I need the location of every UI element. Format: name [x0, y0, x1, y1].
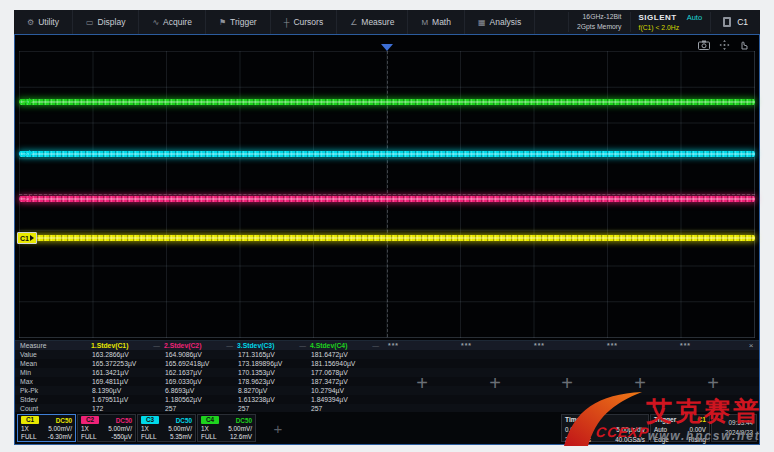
c2-bandwidth: FULL	[81, 433, 97, 440]
measure-col-4-label: 4.Stdev(C4)	[310, 342, 347, 349]
count-c1: 172	[91, 405, 164, 412]
empty-slot-header: ***	[607, 341, 618, 350]
touch-hand-icon[interactable]	[739, 40, 749, 50]
column-separator: —	[372, 342, 379, 349]
menubar-status-area: 16GHz-12Bit 2Gpts Memory SIGLENTAuto f(C…	[568, 10, 760, 34]
measure-row-value: Value 163.2866µV 164.9086µV 171.3165µV 1…	[15, 350, 759, 359]
waveform-area[interactable]: C4 C3 C2 C1	[15, 35, 759, 340]
add-measurement-button[interactable]: +	[701, 371, 725, 395]
c4-probe: 1X	[201, 425, 209, 432]
measure-col-2-label: 2.Stdev(C2)	[164, 342, 201, 349]
measure-col-2[interactable]: 2.Stdev(C2)—	[164, 342, 237, 349]
c2-offset: -550µV	[111, 433, 132, 440]
c3-probe: 1X	[141, 425, 149, 432]
c4-bandwidth: FULL	[201, 433, 217, 440]
gear-icon: ⚙	[27, 18, 34, 27]
menu-trigger-label: Trigger	[230, 17, 257, 27]
mean-c4: 181.156940µV	[310, 360, 383, 367]
c4-coupling: DC50	[236, 417, 252, 424]
trigger-source-indicator[interactable]: C1	[711, 17, 760, 27]
menu-trigger[interactable]: ⚑Trigger	[206, 10, 271, 34]
menu-acquire-label: Acquire	[163, 17, 192, 27]
close-measure-panel-icon[interactable]: ×	[746, 342, 756, 350]
center-horizontal-gridline	[19, 194, 755, 195]
c3-bandwidth: FULL	[141, 433, 157, 440]
row-label: Pk-Pk	[15, 387, 91, 394]
math-icon: M	[421, 18, 428, 27]
channel-box-c2[interactable]: C2DC50 1X5.00mV/ FULL-550µV	[77, 414, 136, 442]
measure-col-1[interactable]: 1.Stdev(C1)—	[91, 342, 164, 349]
menu-math-label: Math	[432, 17, 451, 27]
min-c3: 170.1353µV	[237, 369, 310, 376]
c3-offset: 5.35mV	[170, 433, 192, 440]
channel-marker-c1[interactable]: C1	[17, 232, 37, 244]
channel-marker-c3[interactable]: C3	[17, 148, 35, 158]
mean-c3: 173.189896µV	[237, 360, 310, 367]
crosshair-icon: ┼	[284, 18, 290, 27]
brand-logo: SIGLENT	[639, 13, 677, 22]
count-c2: 257	[164, 405, 237, 412]
flag-icon: ⚑	[219, 18, 226, 27]
acquisition-status[interactable]: Auto	[687, 13, 702, 22]
menu-math[interactable]: MMath	[408, 10, 465, 34]
pkpk-c4: 10.2794µV	[310, 387, 383, 394]
analysis-icon: ▦	[478, 18, 486, 27]
channel-marker-c2[interactable]: C2	[17, 193, 35, 203]
menu-utility[interactable]: ⚙Utility	[14, 10, 73, 34]
display-icon: ▭	[86, 18, 94, 27]
c2-coupling: DC50	[116, 417, 132, 424]
c2-tag: C2	[81, 416, 99, 424]
c1-bandwidth: FULL	[21, 433, 37, 440]
menu-analysis[interactable]: ▦Analysis	[465, 10, 535, 34]
value-c1: 163.2866µV	[91, 351, 164, 358]
menu-acquire[interactable]: ∿Acquire	[139, 10, 206, 34]
c1-probe: 1X	[21, 425, 29, 432]
watermark-chinese-text: 艾克赛普	[646, 394, 762, 429]
ruler-icon: ∠	[350, 18, 357, 27]
menu-measure[interactable]: ∠Measure	[337, 10, 408, 34]
measure-col-4[interactable]: 4.Stdev(C4)—	[310, 342, 383, 349]
channel-box-c1[interactable]: C1DC50 1X5.00mV/ FULL-6.30mV	[17, 414, 76, 442]
camera-icon[interactable]	[698, 40, 710, 50]
stdev-c3: 1.613238µV	[237, 396, 310, 403]
c3-tag: C3	[141, 416, 159, 424]
screenshot-stage: ⚙Utility ▭Display ∿Acquire ⚑Trigger ┼Cur…	[0, 0, 774, 452]
waveform-trace-c3	[19, 151, 755, 157]
menu-bar: ⚙Utility ▭Display ∿Acquire ⚑Trigger ┼Cur…	[14, 10, 760, 34]
column-separator: —	[226, 342, 233, 349]
channel-box-c4[interactable]: C4DC50 1X5.00mV/ FULL12.6mV	[197, 414, 256, 442]
row-label: Max	[15, 378, 91, 385]
empty-slot-header: ***	[680, 341, 691, 350]
screen-tool-icons	[698, 40, 749, 50]
trigger-position-marker[interactable]	[381, 44, 393, 51]
brand-block: SIGLENTAuto f(C1) < 2.0Hz	[630, 12, 712, 33]
max-c2: 169.0330µV	[164, 378, 237, 385]
max-c1: 169.4811µV	[91, 378, 164, 385]
menu-cursors[interactable]: ┼Cursors	[271, 10, 337, 34]
scope-display: C4 C3 C2 C1 Measure 1.Stdev(C1)— 2.Stdev…	[14, 34, 760, 445]
measure-panel-title: Measure	[15, 342, 91, 349]
stdev-c1: 1.679511µV	[91, 396, 164, 403]
menu-cursors-label: Cursors	[293, 17, 323, 27]
usb-icon	[723, 17, 731, 27]
add-measurement-button[interactable]: +	[483, 371, 507, 395]
menu-display[interactable]: ▭Display	[73, 10, 139, 34]
min-c4: 177.0678µV	[310, 369, 383, 376]
channel-marker-c4[interactable]: C4	[17, 96, 35, 106]
stdev-c2: 1.180562µV	[164, 396, 237, 403]
c3-scale: 5.00mV/	[168, 425, 192, 432]
c3-coupling: DC50	[176, 417, 192, 424]
frequency-counter: f(C1) < 2.0Hz	[639, 23, 703, 32]
oscilloscope-app: ⚙Utility ▭Display ∿Acquire ⚑Trigger ┼Cur…	[14, 10, 760, 445]
measure-col-3[interactable]: 3.Stdev(C3)—	[237, 342, 310, 349]
max-c4: 187.3472µV	[310, 378, 383, 385]
c1-tag: C1	[21, 416, 39, 424]
move-arrows-icon[interactable]	[719, 40, 730, 50]
add-channel-button[interactable]: +	[263, 414, 293, 442]
channel-marker-c3-label: C3	[19, 150, 28, 157]
c4-offset: 12.6mV	[230, 433, 252, 440]
c1-scale: 5.00mV/	[48, 425, 72, 432]
channel-box-c3[interactable]: C3DC50 1X5.00mV/ FULL5.35mV	[137, 414, 196, 442]
acquire-wave-icon: ∿	[152, 18, 159, 27]
add-measurement-button[interactable]: +	[410, 371, 434, 395]
